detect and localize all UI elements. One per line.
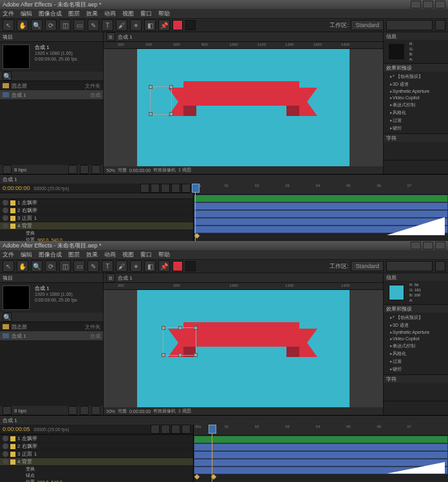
fx-group[interactable]: Video Copilot xyxy=(386,95,445,101)
menu-edit[interactable]: 编辑 xyxy=(21,10,32,18)
time-ruler[interactable]: 00s 01 02 03 04 05 06 07 xyxy=(194,184,448,195)
comp-thumbnail[interactable] xyxy=(3,44,30,69)
fx-group[interactable]: Synthetic Aperture xyxy=(386,88,445,95)
project-item-folder[interactable]: 固态层 文件夹 xyxy=(0,322,103,331)
help-search-input[interactable] xyxy=(386,261,433,271)
menu-help[interactable]: 帮助 xyxy=(158,10,170,18)
layer-row[interactable]: 4背景 xyxy=(0,458,193,466)
menu-file[interactable]: 文件 xyxy=(3,10,14,18)
close-button[interactable] xyxy=(435,1,445,8)
close-button[interactable] xyxy=(435,242,445,249)
prop-row[interactable]: 锚点 xyxy=(0,472,193,479)
workspace-selector[interactable]: Standard xyxy=(351,261,384,271)
viewport[interactable] xyxy=(104,49,383,166)
char-panel-tab[interactable]: 字符 xyxy=(384,375,448,383)
fill-swatch[interactable] xyxy=(173,20,183,30)
project-item-comp[interactable]: 合成 1 合成 xyxy=(0,90,103,99)
puppet-tool-icon[interactable]: 📌 xyxy=(158,19,170,31)
views-count[interactable]: 1 视图 xyxy=(178,167,191,173)
fx-group[interactable]: * 【动画预设】 xyxy=(386,73,445,81)
layer-row[interactable]: 3正面 1 xyxy=(0,215,193,222)
selection-bounds[interactable] xyxy=(150,86,172,115)
prop-row[interactable]: 位置960.0, 540.0 xyxy=(0,479,193,482)
fx-group[interactable]: 表达式控制 xyxy=(386,101,445,109)
bitdepth-label[interactable]: 8 bpc xyxy=(14,167,27,173)
layer-row[interactable]: 1左飘带 xyxy=(0,435,193,443)
maximize-button[interactable] xyxy=(423,242,433,249)
time-display[interactable]: 0:00:00:00 xyxy=(129,168,151,173)
new-folder-icon[interactable] xyxy=(68,406,77,415)
tl-tool-icon[interactable] xyxy=(182,425,191,434)
stroke-swatch[interactable] xyxy=(185,261,196,271)
search-icon[interactable]: 🔍 xyxy=(3,313,12,322)
project-tab[interactable]: 项目 xyxy=(3,34,13,41)
cti-head[interactable] xyxy=(192,184,200,193)
project-item-folder[interactable]: 固态层 文件夹 xyxy=(0,81,103,90)
magnification[interactable]: 50% xyxy=(106,168,115,173)
menu-comp[interactable]: 图像合成 xyxy=(39,10,62,18)
interpret-icon[interactable] xyxy=(3,165,12,174)
char-panel-tab[interactable]: 字符 xyxy=(384,134,448,142)
layer-color[interactable] xyxy=(10,200,15,206)
menu-layer[interactable]: 图层 xyxy=(68,10,80,18)
puppet-tool-icon[interactable]: 📌 xyxy=(158,260,170,272)
hand-tool-icon[interactable]: ✋ xyxy=(17,19,28,31)
text-tool-icon[interactable]: T xyxy=(102,19,113,31)
menu-anim[interactable]: 动画 xyxy=(104,10,116,18)
menu-view[interactable]: 视图 xyxy=(122,10,134,18)
clone-tool-icon[interactable]: ✶ xyxy=(130,260,142,272)
resolution[interactable]: 完整 xyxy=(118,167,127,173)
zoom-tool-icon[interactable]: 🔍 xyxy=(31,19,42,31)
prop-row[interactable]: 变换 xyxy=(0,230,193,236)
menu-window[interactable]: 窗口 xyxy=(140,10,152,18)
selection-bounds[interactable] xyxy=(163,327,196,356)
new-folder-icon[interactable] xyxy=(68,165,77,174)
rotate-tool-icon[interactable]: ⟳ xyxy=(45,19,57,31)
rotate-tool-icon[interactable]: ⟳ xyxy=(45,260,57,272)
hand-tool-icon[interactable]: ✋ xyxy=(17,260,28,272)
layer-color[interactable] xyxy=(10,216,15,221)
tl-tool-icon[interactable] xyxy=(171,425,180,434)
fill-swatch[interactable] xyxy=(173,261,183,271)
info-panel-tab[interactable]: 信息 xyxy=(384,273,448,281)
brush-tool-icon[interactable]: 🖌 xyxy=(116,260,127,272)
interpret-icon[interactable] xyxy=(3,406,12,415)
layer-row[interactable]: 4背景 xyxy=(0,222,193,230)
stroke-swatch[interactable] xyxy=(185,20,196,30)
maximize-button[interactable] xyxy=(423,1,433,8)
eye-icon[interactable] xyxy=(3,443,8,449)
menu-view[interactable]: 视图 xyxy=(122,251,134,259)
comp-menu-icon[interactable]: ≡ xyxy=(106,273,115,282)
tl-tool-icon[interactable] xyxy=(151,425,160,434)
fx-group[interactable]: 过渡 xyxy=(386,117,445,124)
tl-tool-icon[interactable] xyxy=(161,425,170,434)
rect-tool-icon[interactable]: ▭ xyxy=(73,260,85,272)
menu-layer[interactable]: 图层 xyxy=(68,251,80,259)
time-ruler[interactable]: 00s 01 02 03 04 05 06 07 xyxy=(194,425,448,436)
eye-icon[interactable] xyxy=(3,459,8,465)
comp-tab[interactable]: 合成 1 xyxy=(118,34,133,41)
menu-help[interactable]: 帮助 xyxy=(158,251,170,259)
tl-tool-icon[interactable] xyxy=(151,184,160,193)
comp-menu-icon[interactable]: ≡ xyxy=(106,32,115,41)
camera-tool-icon[interactable]: ◫ xyxy=(59,19,71,31)
brush-tool-icon[interactable]: 🖌 xyxy=(116,19,127,31)
zoom-tool-icon[interactable]: 🔍 xyxy=(31,260,42,272)
trash-icon[interactable] xyxy=(91,165,100,174)
menu-file[interactable]: 文件 xyxy=(3,251,14,259)
menu-effect[interactable]: 效果 xyxy=(86,251,98,259)
eye-icon[interactable] xyxy=(3,200,8,206)
minimize-button[interactable] xyxy=(411,242,421,249)
prop-row[interactable]: 变换 xyxy=(0,466,193,472)
current-time[interactable]: 0:00:00:00 xyxy=(3,185,30,191)
tl-tool-icon[interactable] xyxy=(171,184,180,193)
tl-tool-icon[interactable] xyxy=(161,184,170,193)
eraser-tool-icon[interactable]: ◧ xyxy=(144,19,156,31)
keyframe-icon[interactable] xyxy=(194,474,200,479)
search-icon[interactable]: 🔍 xyxy=(3,72,12,81)
eye-icon[interactable] xyxy=(3,215,8,221)
gear-icon[interactable] xyxy=(435,261,445,271)
project-tab[interactable]: 项目 xyxy=(3,275,13,282)
comp-tab[interactable]: 合成 1 xyxy=(118,275,133,282)
selection-tool-icon[interactable]: ↖ xyxy=(3,19,14,31)
